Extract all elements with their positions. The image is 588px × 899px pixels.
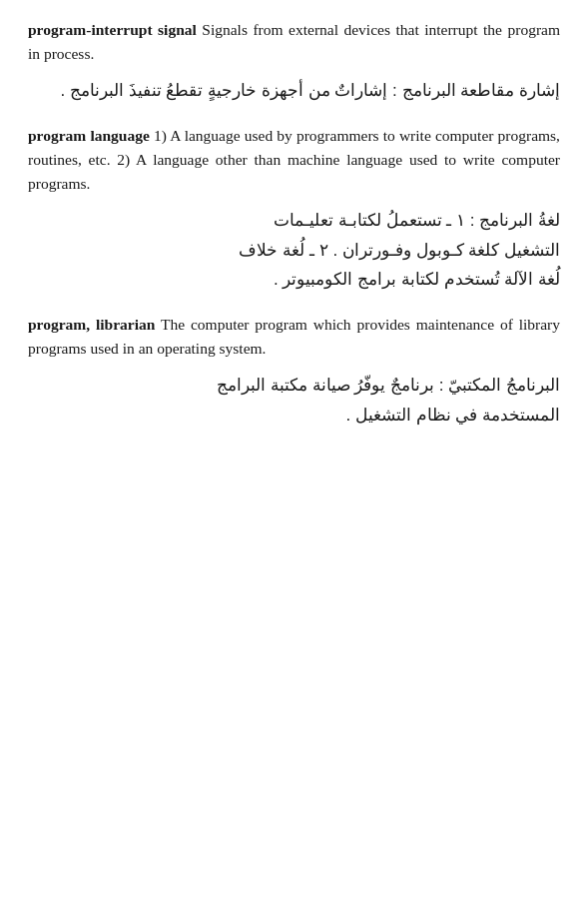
entry-arabic-1: إشارة مقاطعة البرنامج : إشاراتٌ من أجهزة… [28, 76, 560, 106]
arabic-term-2: لغةُ البرنامج [479, 211, 560, 230]
entry-term-1: program-interrupt signal [28, 21, 197, 38]
entry-term-3: program, librarian [28, 316, 155, 333]
arabic-definition-3-part1: برنامجٌ يوفّرُ صيانة مكتبة البرامج [217, 376, 434, 395]
arabic-colon-2: : [465, 211, 474, 230]
entry-english-text-3: program, librarian The computer program … [28, 313, 560, 361]
arabic-term-3: البرنامجُ المكتبيّ [448, 376, 560, 395]
arabic-definition-1: إشاراتٌ من أجهزة خارجيةٍ تقطعُ تنفيذَ ال… [61, 81, 388, 100]
arabic-definition-2-part3: لُغة الآلة تُستخدم لكتابة برامج الكومبيو… [274, 270, 560, 289]
arabic-colon-1: : [387, 81, 396, 100]
entry-arabic-3: البرنامجُ المكتبيّ : برنامجٌ يوفّرُ صيان… [28, 371, 560, 431]
entry-program-interrupt-signal: program-interrupt signal Signals from ex… [28, 18, 560, 106]
arabic-colon-3: : [434, 376, 443, 395]
entry-arabic-2: لغةُ البرنامج : ١ ـ تستعملُ لكتابـة تعلي… [28, 206, 560, 295]
arabic-term-1: إشارة مقاطعة البرنامج [402, 81, 560, 100]
arabic-definition-2-part2: التشغيل كلغة كـوبول وفـورتران . ٢ ـ لُغة… [239, 241, 560, 260]
entry-program-librarian: program, librarian The computer program … [28, 313, 560, 431]
entry-program-language: program language 1) A language used by p… [28, 124, 560, 295]
entry-english-text-2: program language 1) A language used by p… [28, 124, 560, 196]
entry-english-text-1: program-interrupt signal Signals from ex… [28, 18, 560, 66]
arabic-definition-2-part1: ١ ـ تستعملُ لكتابـة تعليـمات [274, 211, 465, 230]
entry-term-2: program language [28, 127, 150, 144]
arabic-definition-3-part2: المستخدمة في نظام التشغيل . [345, 406, 560, 425]
